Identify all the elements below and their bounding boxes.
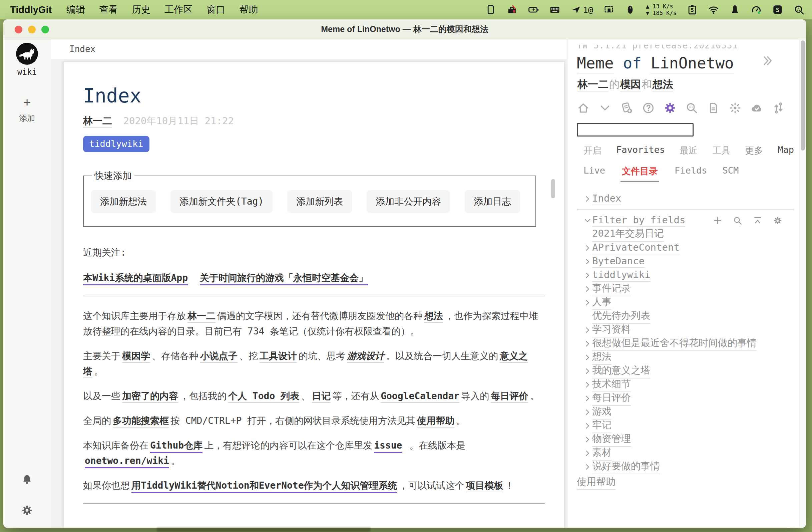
tab-开启[interactable]: 开启 bbox=[583, 144, 601, 157]
minimize-button[interactable] bbox=[28, 26, 36, 33]
add-workspace-label[interactable]: 添加 bbox=[19, 113, 35, 124]
menu-item-查看[interactable]: 查看 bbox=[99, 4, 118, 15]
tiddler-link[interactable]: 林一二 bbox=[188, 311, 216, 323]
tab-工具[interactable]: 工具 bbox=[712, 144, 730, 157]
chevron-right-icon[interactable] bbox=[577, 422, 592, 430]
tree-item-label[interactable]: 2021年交易日记 bbox=[592, 227, 664, 242]
tree-item-label[interactable]: tiddlywiki bbox=[592, 269, 651, 282]
quick-add-button-添加新列表[interactable]: 添加新列表 bbox=[287, 190, 352, 213]
tiddler-link[interactable]: 本Wiki系统的桌面版App bbox=[83, 272, 188, 285]
tiddler-link[interactable]: 小说点子 bbox=[200, 350, 237, 363]
menu-item-窗口[interactable]: 窗口 bbox=[206, 4, 225, 15]
wifi-icon[interactable] bbox=[708, 4, 719, 15]
collapse-sidebar-chevrons-icon[interactable] bbox=[760, 54, 774, 68]
chevron-right-icon[interactable] bbox=[577, 299, 592, 307]
tiddler-link[interactable]: 使用帮助 bbox=[417, 415, 454, 428]
tree-item-label[interactable]: 优先待办列表 bbox=[592, 309, 650, 324]
chevron-right-icon[interactable] bbox=[577, 285, 592, 293]
author-link[interactable]: 林一二 bbox=[83, 115, 112, 128]
tab-Map[interactable]: Map bbox=[778, 144, 794, 157]
s-logo-icon[interactable]: S bbox=[772, 4, 783, 15]
gear-outline-icon[interactable] bbox=[773, 216, 783, 226]
theme-icon[interactable] bbox=[729, 101, 742, 114]
tiddler-link[interactable]: 个人 Todo 列表 bbox=[228, 390, 299, 403]
workspace-avatar[interactable] bbox=[16, 43, 38, 65]
tiddler-link[interactable]: 多功能搜索框 bbox=[113, 415, 169, 428]
chevron-right-icon[interactable] bbox=[577, 367, 592, 375]
help-link[interactable]: 使用帮助 bbox=[577, 475, 615, 490]
tiddler-link[interactable]: issue bbox=[374, 440, 402, 453]
display-icon[interactable] bbox=[485, 4, 496, 15]
tree-item-label[interactable]: 学习资料 bbox=[592, 323, 631, 337]
quick-add-button-添加新文件夹(Tag)[interactable]: 添加新文件夹(Tag) bbox=[171, 190, 273, 213]
help-icon[interactable] bbox=[642, 101, 655, 114]
tag-pill-tiddlywiki[interactable]: tiddlywiki bbox=[83, 136, 149, 152]
sidebar-search-input[interactable] bbox=[577, 123, 694, 136]
tiddler-link[interactable]: 用TiddlyWiki替代Notion和EverNote作为个人知识管理系统 bbox=[131, 480, 397, 493]
sidebar-scrollbar[interactable] bbox=[799, 39, 806, 528]
chevron-right-icon[interactable] bbox=[577, 326, 592, 334]
tree-item-label[interactable]: Index bbox=[592, 192, 621, 205]
tiddler-link[interactable]: GoogleCalendar bbox=[381, 390, 459, 403]
sidebar-scrollbar-thumb[interactable] bbox=[801, 40, 805, 150]
open-tiddler-tab[interactable]: Index bbox=[51, 39, 567, 59]
tree-item-label[interactable]: 事件记录 bbox=[592, 282, 631, 297]
chevron-right-icon[interactable] bbox=[577, 354, 592, 361]
tree-item-label[interactable]: 很想做但是最近舍不得花时间做的事情 bbox=[592, 336, 757, 351]
chevron-right-icon[interactable] bbox=[577, 271, 592, 279]
tab-SCM[interactable]: SCM bbox=[723, 165, 739, 182]
tiddler-link[interactable]: 项目模板 bbox=[466, 480, 504, 492]
tab-最近[interactable]: 最近 bbox=[680, 144, 698, 157]
screen-mirroring-icon[interactable] bbox=[603, 4, 614, 15]
tab-Favorites[interactable]: Favorites bbox=[616, 144, 665, 157]
tiddler-link[interactable]: 游戏设计 bbox=[347, 350, 384, 363]
tree-item-label[interactable]: 我的意义之塔 bbox=[592, 364, 650, 378]
gauge-icon[interactable] bbox=[751, 4, 762, 15]
raw-tiddler-icon[interactable] bbox=[707, 101, 720, 114]
tiddler-link[interactable]: 加密了的内容 bbox=[122, 390, 178, 403]
home-icon[interactable] bbox=[577, 101, 590, 114]
chevron-right-icon[interactable] bbox=[577, 340, 592, 348]
chevron-right-icon[interactable] bbox=[577, 244, 592, 252]
tree-item-label[interactable]: 每日评价 bbox=[592, 391, 631, 406]
tree-item-label[interactable]: 想法 bbox=[592, 350, 611, 365]
chevron-right-icon[interactable] bbox=[577, 195, 592, 203]
location-status-group[interactable]: 1@ bbox=[570, 4, 593, 15]
zoom-button[interactable] bbox=[41, 26, 49, 33]
tree-item-label[interactable]: 人事 bbox=[592, 296, 611, 310]
keyboard-icon[interactable] bbox=[549, 4, 561, 15]
control-panel-icon[interactable] bbox=[664, 101, 677, 114]
chevron-right-icon[interactable] bbox=[577, 381, 592, 389]
chevron-right-icon[interactable] bbox=[577, 217, 592, 225]
notifications-bell-icon[interactable] bbox=[21, 474, 33, 486]
tiddler-link[interactable]: 模因学 bbox=[122, 350, 150, 363]
chevron-right-icon[interactable] bbox=[577, 258, 592, 266]
tiddler-link[interactable]: 想法 bbox=[424, 311, 443, 323]
chevron-right-icon[interactable] bbox=[577, 463, 592, 471]
battery-icon[interactable] bbox=[528, 4, 539, 15]
quick-add-button-添加日志[interactable]: 添加日志 bbox=[465, 190, 520, 213]
add-workspace-plus-icon[interactable]: + bbox=[23, 96, 31, 108]
chevron-right-icon[interactable] bbox=[577, 408, 592, 416]
tiddler-link[interactable]: 关于时间旅行的游戏「永恒时空基金会」 bbox=[200, 272, 368, 285]
tree-item-label[interactable]: 素材 bbox=[592, 446, 611, 461]
toolbox-icon[interactable] bbox=[506, 4, 518, 15]
tiddler-link[interactable]: 想法 bbox=[653, 78, 673, 91]
close-button[interactable] bbox=[15, 26, 23, 33]
tree-item-label[interactable]: 游戏 bbox=[592, 405, 611, 419]
tiddler-link[interactable]: Meme bbox=[577, 54, 614, 73]
chevron-right-icon[interactable] bbox=[577, 394, 592, 403]
menu-item-历史[interactable]: 历史 bbox=[132, 4, 150, 15]
sync-icon[interactable] bbox=[772, 101, 785, 114]
story-scrollbar-thumb[interactable] bbox=[551, 179, 555, 198]
menu-item-工作区[interactable]: 工作区 bbox=[164, 4, 192, 15]
tab-文件目录[interactable]: 文件目录 bbox=[621, 165, 659, 182]
advanced-search-icon[interactable] bbox=[685, 101, 698, 114]
tree-item-label[interactable]: 技术细节 bbox=[592, 377, 631, 392]
tiddler-link[interactable]: 模因 bbox=[620, 78, 641, 91]
tiddler-link[interactable]: 日记 bbox=[312, 390, 331, 403]
tiddler-link[interactable]: 林一二 bbox=[578, 78, 609, 91]
tree-item-label[interactable]: 牢记 bbox=[592, 418, 611, 433]
tree-item-label[interactable]: 物资管理 bbox=[592, 432, 631, 447]
tiddler-link[interactable]: Github仓库 bbox=[150, 440, 203, 453]
